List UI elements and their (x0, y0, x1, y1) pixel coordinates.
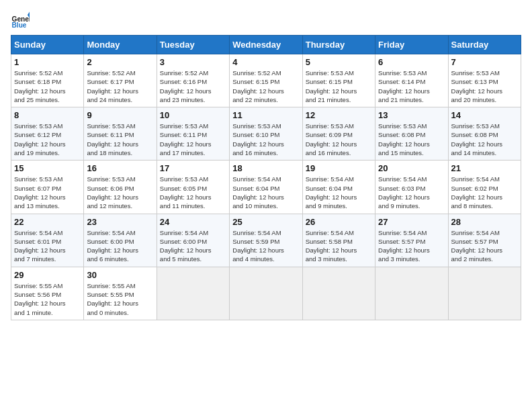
calendar-day-cell: 19Sunrise: 5:54 AM Sunset: 6:04 PM Dayli… (302, 161, 375, 214)
day-info: Sunrise: 5:53 AM Sunset: 6:10 PM Dayligh… (232, 122, 299, 157)
calendar-day-cell: 23Sunrise: 5:54 AM Sunset: 6:00 PM Dayli… (84, 214, 157, 267)
day-info: Sunrise: 5:54 AM Sunset: 5:59 PM Dayligh… (232, 228, 299, 264)
calendar-day-cell: 14Sunrise: 5:53 AM Sunset: 6:08 PM Dayli… (448, 107, 521, 161)
calendar-day-cell: 15Sunrise: 5:53 AM Sunset: 6:07 PM Dayli… (11, 161, 84, 214)
day-number: 30 (87, 270, 153, 280)
calendar-body: 1Sunrise: 5:52 AM Sunset: 6:18 PM Daylig… (11, 54, 521, 320)
day-info: Sunrise: 5:53 AM Sunset: 6:11 PM Dayligh… (87, 122, 153, 157)
calendar-table: SundayMondayTuesdayWednesdayThursdayFrid… (11, 35, 521, 320)
calendar-week-row: 22Sunrise: 5:54 AM Sunset: 6:01 PM Dayli… (11, 214, 521, 267)
weekday-header: Tuesday (157, 36, 229, 54)
calendar-day-cell: 7Sunrise: 5:53 AM Sunset: 6:13 PM Daylig… (448, 54, 521, 107)
day-number: 12 (306, 110, 372, 120)
day-number: 4 (232, 57, 299, 67)
calendar-day-cell: 22Sunrise: 5:54 AM Sunset: 6:01 PM Dayli… (11, 214, 84, 267)
calendar-day-cell: 25Sunrise: 5:54 AM Sunset: 5:59 PM Dayli… (230, 214, 302, 267)
day-number: 16 (87, 163, 153, 173)
calendar-day-cell: 12Sunrise: 5:53 AM Sunset: 6:09 PM Dayli… (302, 107, 375, 161)
day-info: Sunrise: 5:53 AM Sunset: 6:07 PM Dayligh… (14, 175, 81, 210)
calendar-day-cell: 30Sunrise: 5:55 AM Sunset: 5:55 PM Dayli… (84, 267, 157, 320)
weekday-header: Saturday (448, 36, 521, 54)
day-number: 17 (160, 163, 226, 173)
day-info: Sunrise: 5:54 AM Sunset: 6:00 PM Dayligh… (87, 228, 153, 264)
day-number: 15 (14, 163, 81, 173)
weekday-header: Monday (84, 36, 157, 54)
day-number: 1 (14, 57, 81, 67)
day-info: Sunrise: 5:53 AM Sunset: 6:06 PM Dayligh… (87, 175, 153, 210)
day-info: Sunrise: 5:52 AM Sunset: 6:18 PM Dayligh… (14, 68, 81, 104)
day-info: Sunrise: 5:54 AM Sunset: 6:04 PM Dayligh… (232, 175, 299, 210)
calendar-day-cell: 10Sunrise: 5:53 AM Sunset: 6:11 PM Dayli… (157, 107, 229, 161)
calendar-day-cell: 21Sunrise: 5:54 AM Sunset: 6:02 PM Dayli… (448, 161, 521, 214)
day-info: Sunrise: 5:54 AM Sunset: 5:57 PM Dayligh… (451, 228, 518, 264)
day-number: 14 (451, 110, 518, 120)
day-number: 28 (451, 217, 518, 227)
calendar-week-row: 1Sunrise: 5:52 AM Sunset: 6:18 PM Daylig… (11, 54, 521, 107)
day-info: Sunrise: 5:53 AM Sunset: 6:08 PM Dayligh… (451, 122, 518, 157)
day-number: 5 (306, 57, 372, 67)
logo-icon: General Blue (11, 11, 30, 30)
day-info: Sunrise: 5:52 AM Sunset: 6:15 PM Dayligh… (232, 68, 299, 104)
calendar-day-cell: 24Sunrise: 5:54 AM Sunset: 6:00 PM Dayli… (157, 214, 229, 267)
day-number: 23 (87, 217, 153, 227)
calendar-day-cell: 1Sunrise: 5:52 AM Sunset: 6:18 PM Daylig… (11, 54, 84, 107)
day-number: 8 (14, 110, 81, 120)
calendar-week-row: 29Sunrise: 5:55 AM Sunset: 5:56 PM Dayli… (11, 267, 521, 320)
logo: General Blue (11, 11, 30, 30)
day-info: Sunrise: 5:53 AM Sunset: 6:11 PM Dayligh… (160, 122, 226, 157)
day-number: 11 (232, 110, 299, 120)
calendar-day-cell: 9Sunrise: 5:53 AM Sunset: 6:11 PM Daylig… (84, 107, 157, 161)
calendar-day-cell: 3Sunrise: 5:52 AM Sunset: 6:16 PM Daylig… (157, 54, 229, 107)
day-number: 20 (378, 163, 445, 173)
calendar-day-cell (448, 267, 521, 320)
calendar-day-cell: 2Sunrise: 5:52 AM Sunset: 6:17 PM Daylig… (84, 54, 157, 107)
weekday-header: Thursday (302, 36, 375, 54)
day-info: Sunrise: 5:53 AM Sunset: 6:08 PM Dayligh… (378, 122, 445, 157)
day-number: 27 (378, 217, 445, 227)
day-info: Sunrise: 5:52 AM Sunset: 6:17 PM Dayligh… (87, 68, 153, 104)
day-info: Sunrise: 5:55 AM Sunset: 5:55 PM Dayligh… (87, 281, 153, 317)
day-number: 3 (160, 57, 226, 67)
day-info: Sunrise: 5:53 AM Sunset: 6:12 PM Dayligh… (14, 122, 81, 157)
calendar-day-cell: 6Sunrise: 5:53 AM Sunset: 6:14 PM Daylig… (375, 54, 448, 107)
day-info: Sunrise: 5:53 AM Sunset: 6:05 PM Dayligh… (160, 175, 226, 210)
svg-text:Blue: Blue (12, 21, 27, 29)
calendar-day-cell: 20Sunrise: 5:54 AM Sunset: 6:03 PM Dayli… (375, 161, 448, 214)
day-info: Sunrise: 5:54 AM Sunset: 6:02 PM Dayligh… (451, 175, 518, 210)
day-number: 9 (87, 110, 153, 120)
day-number: 6 (378, 57, 445, 67)
day-number: 2 (87, 57, 153, 67)
day-info: Sunrise: 5:54 AM Sunset: 6:04 PM Dayligh… (306, 175, 372, 210)
day-number: 18 (232, 163, 299, 173)
weekday-header: Friday (375, 36, 448, 54)
day-number: 22 (14, 217, 81, 227)
day-number: 26 (306, 217, 372, 227)
weekday-header: Wednesday (230, 36, 302, 54)
day-number: 10 (160, 110, 226, 120)
day-number: 29 (14, 270, 81, 280)
day-info: Sunrise: 5:54 AM Sunset: 6:00 PM Dayligh… (160, 228, 226, 264)
calendar-day-cell (157, 267, 229, 320)
day-info: Sunrise: 5:53 AM Sunset: 6:09 PM Dayligh… (306, 122, 372, 157)
calendar-header-row: SundayMondayTuesdayWednesdayThursdayFrid… (11, 36, 521, 54)
calendar-week-row: 8Sunrise: 5:53 AM Sunset: 6:12 PM Daylig… (11, 107, 521, 161)
day-info: Sunrise: 5:55 AM Sunset: 5:56 PM Dayligh… (14, 281, 81, 317)
calendar-day-cell (230, 267, 302, 320)
day-info: Sunrise: 5:54 AM Sunset: 5:57 PM Dayligh… (378, 228, 445, 264)
day-number: 13 (378, 110, 445, 120)
calendar-day-cell: 29Sunrise: 5:55 AM Sunset: 5:56 PM Dayli… (11, 267, 84, 320)
calendar-day-cell: 16Sunrise: 5:53 AM Sunset: 6:06 PM Dayli… (84, 161, 157, 214)
day-info: Sunrise: 5:53 AM Sunset: 6:15 PM Dayligh… (306, 68, 372, 104)
calendar-day-cell: 13Sunrise: 5:53 AM Sunset: 6:08 PM Dayli… (375, 107, 448, 161)
calendar-day-cell (375, 267, 448, 320)
calendar-day-cell: 4Sunrise: 5:52 AM Sunset: 6:15 PM Daylig… (230, 54, 302, 107)
day-number: 19 (306, 163, 372, 173)
calendar-day-cell: 27Sunrise: 5:54 AM Sunset: 5:57 PM Dayli… (375, 214, 448, 267)
calendar-week-row: 15Sunrise: 5:53 AM Sunset: 6:07 PM Dayli… (11, 161, 521, 214)
calendar-day-cell: 28Sunrise: 5:54 AM Sunset: 5:57 PM Dayli… (448, 214, 521, 267)
day-info: Sunrise: 5:52 AM Sunset: 6:16 PM Dayligh… (160, 68, 226, 104)
page-header: General Blue (11, 11, 521, 30)
day-info: Sunrise: 5:53 AM Sunset: 6:13 PM Dayligh… (451, 68, 518, 104)
day-info: Sunrise: 5:54 AM Sunset: 5:58 PM Dayligh… (306, 228, 372, 264)
day-number: 25 (232, 217, 299, 227)
